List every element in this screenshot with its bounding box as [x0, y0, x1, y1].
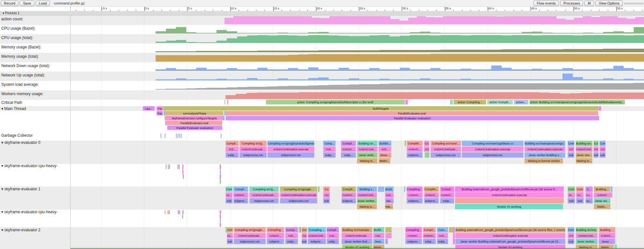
- trace-event-bar[interactable]: ActionC...: [233, 192, 248, 198]
- trace-event-bar[interactable]: [404, 186, 405, 192]
- trace-event-bar[interactable]: Building external/com_google_protobuf/ja…: [455, 186, 564, 192]
- trace-event-bar[interactable]: Wai...: [385, 204, 393, 209]
- trace-event-bar[interactable]: Waiting to...: [357, 158, 378, 164]
- trace-event-bar[interactable]: [165, 134, 166, 138]
- trace-event-bar[interactable]: Com: [302, 227, 307, 233]
- trace-event-bar[interactable]: Waitin...: [594, 204, 610, 209]
- trace-event-bar[interactable]: Ac...: [226, 192, 233, 198]
- trace-event-bar[interactable]: [223, 116, 225, 120]
- trace-event-bar[interactable]: sub: [576, 198, 584, 204]
- trace-event-bar[interactable]: subprocess.run: [430, 152, 461, 158]
- trace-event-bar[interactable]: sub: [568, 152, 574, 158]
- trace-event-bar[interactable]: sub: [568, 239, 574, 244]
- trace-event-bar[interactable]: ActionContinuati...: [430, 146, 461, 152]
- trace-event-bar[interactable]: Building src...: [576, 141, 592, 146]
- trace-event-bar[interactable]: Acti...: [226, 146, 239, 152]
- trace-event-bar[interactable]: ActionContinuati...: [234, 233, 266, 238]
- trace-event-bar[interactable]: subp...: [285, 239, 298, 244]
- trace-event-bar[interactable]: Waiting to...: [357, 204, 377, 209]
- trace-event-bar[interactable]: Co: [424, 141, 429, 146]
- trace-event-bar[interactable]: ActionContinuation.execute: [267, 146, 314, 152]
- trace-event-bar[interactable]: [168, 210, 168, 214]
- trace-event-bar[interactable]: subproc...: [405, 239, 422, 244]
- trace-event-bar[interactable]: Act: [323, 192, 330, 198]
- trace-event-bar[interactable]: Ac...: [568, 192, 575, 198]
- trace-event-bar[interactable]: [182, 210, 183, 214]
- trace-event-bar[interactable]: ActionContinuation.execute: [462, 146, 524, 152]
- trace-event-bar[interactable]: [176, 134, 177, 138]
- trace-event-bar[interactable]: [405, 141, 406, 146]
- trace-event-bar[interactable]: ActionContinuati...: [249, 192, 279, 198]
- trace-event-bar[interactable]: action 'Compili...: [487, 100, 513, 105]
- trace-event-bar[interactable]: subp...: [437, 239, 448, 244]
- trace-event-bar[interactable]: subproc...: [308, 239, 326, 244]
- trace-event-bar[interactable]: [405, 100, 408, 105]
- trace-event-bar[interactable]: [220, 164, 221, 169]
- trace-event-bar[interactable]: Ac...: [585, 192, 593, 198]
- trace-event-bar[interactable]: Javac wo...: [594, 198, 610, 204]
- trace-event-bar[interactable]: Compiling ...: [308, 227, 326, 233]
- action-count-chart[interactable]: [225, 16, 644, 24]
- trace-event-bar[interactable]: Comp...: [323, 141, 336, 146]
- trace-event-bar[interactable]: Par: [157, 111, 163, 115]
- trace-event-bar[interactable]: ActionContinuation.execute: [455, 192, 564, 198]
- trace-event-bar[interactable]: ActionC...: [407, 192, 423, 198]
- trace-event-bar[interactable]: Compiling...: [267, 227, 284, 233]
- trace-event-bar[interactable]: ParallelEvaluator.eval: [167, 121, 222, 125]
- trace-event-bar[interactable]: [220, 219, 221, 223]
- trace-event-bar[interactable]: [220, 169, 221, 174]
- trace-event-bar[interactable]: Compili...: [341, 186, 356, 192]
- trace-event-bar[interactable]: C...: [585, 186, 593, 192]
- trace-event-bar[interactable]: Buildi...: [373, 227, 384, 233]
- trace-event-bar[interactable]: Parallel Evaluator evaluation: [167, 125, 222, 130]
- trace-event-bar[interactable]: Javac worker Building s...: [524, 152, 565, 158]
- trace-event-bar[interactable]: Compiling src/google/protobuf/generat...: [267, 141, 314, 146]
- network-up-chart[interactable]: [156, 72, 644, 80]
- trace-event-bar[interactable]: Compil...: [440, 186, 454, 192]
- trace-event-bar[interactable]: [178, 164, 178, 169]
- trace-event-bar[interactable]: sub: [600, 152, 606, 158]
- trace-event-bar[interactable]: Com: [568, 186, 575, 192]
- trace-event-bar[interactable]: Act: [424, 146, 429, 152]
- trace-event-bar[interactable]: ActionConti...: [357, 192, 377, 198]
- trace-event-bar[interactable]: Javac worker...: [576, 239, 598, 244]
- trace-event-bar[interactable]: ActionC...: [440, 192, 454, 198]
- trace-event-bar[interactable]: [425, 152, 429, 158]
- track-label[interactable]: ▾ skyframe-evaluator 0: [1, 140, 40, 145]
- trace-event-bar[interactable]: ActionConti...: [357, 146, 378, 152]
- trace-event-bar[interactable]: Waiting to...: [576, 158, 592, 164]
- trace-event-bar[interactable]: subprocess.run: [267, 152, 314, 158]
- trace-event-bar[interactable]: ActionContinuation.execute: [280, 192, 317, 198]
- trace-event-bar[interactable]: ActionC...: [599, 233, 615, 238]
- trace-event-bar[interactable]: [165, 210, 166, 214]
- track-label[interactable]: ▾ skyframe-evaluator-cpu-heavy-: [1, 164, 58, 168]
- trace-event-bar[interactable]: Com: [600, 141, 606, 146]
- trace-event-bar[interactable]: ActionContinuati...: [239, 146, 267, 152]
- trace-event-bar[interactable]: buildTargets: [163, 106, 599, 111]
- trace-event-bar[interactable]: [160, 134, 161, 138]
- trace-event-bar[interactable]: Compiling...: [405, 227, 422, 233]
- trace-event-bar[interactable]: [453, 239, 455, 244]
- trace-event-bar[interactable]: Compil...: [233, 186, 248, 192]
- trace-event-bar[interactable]: Building s...: [357, 186, 377, 192]
- trace-event-bar[interactable]: [300, 227, 301, 233]
- trace-event-bar[interactable]: [179, 164, 180, 169]
- trace-event-bar[interactable]: [169, 210, 170, 214]
- trace-event-bar[interactable]: [169, 164, 170, 169]
- cpu-bazel-chart[interactable]: [156, 25, 644, 34]
- load-button[interactable]: Load: [36, 1, 50, 6]
- memory-total-chart[interactable]: [156, 54, 644, 62]
- trace-event-bar[interactable]: Javac worker Building external/com_googl…: [455, 239, 565, 244]
- trace-event-bar[interactable]: Build...: [385, 186, 394, 192]
- extra-button[interactable]: [624, 3, 643, 4]
- trace-event-bar[interactable]: [183, 174, 184, 179]
- trace-event-bar[interactable]: subprocess.run: [249, 198, 279, 204]
- trace-event-bar[interactable]: [220, 179, 221, 184]
- trace-event-bar[interactable]: [178, 134, 178, 138]
- trace-event-bar[interactable]: [182, 169, 183, 174]
- trace-event-bar[interactable]: ActionC...: [423, 233, 436, 238]
- workers-memory-chart[interactable]: [226, 91, 644, 99]
- trace-event-bar[interactable]: Compil...: [341, 141, 356, 146]
- trace-event-bar[interactable]: Compiling ...: [407, 186, 423, 192]
- trace-event-bar[interactable]: Javac ...: [599, 239, 615, 244]
